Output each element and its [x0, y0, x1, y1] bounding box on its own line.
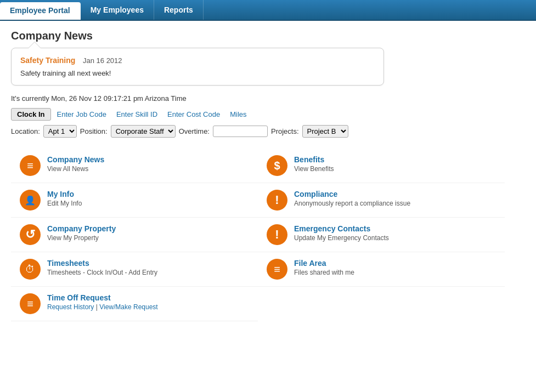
company-news-sub: View All News [47, 165, 104, 173]
company-news-link[interactable]: Company News [47, 155, 104, 164]
menu-text-benefits: Benefits View Benefits [294, 155, 334, 173]
menu-item-company-property: Company Property View My Property [11, 218, 258, 252]
enter-skill-id-link[interactable]: Enter Skill ID [112, 108, 161, 121]
menu-item-my-info: 👤 My Info Edit My Info [11, 183, 258, 218]
news-box: Safety Training Jan 16 2012 Safety train… [11, 48, 384, 86]
menu-text-time-off: Time Off Request Request History | View/… [47, 293, 158, 311]
emergency-contacts-sub: Update My Emergency Contacts [294, 234, 389, 242]
file-area-link[interactable]: File Area [294, 259, 354, 268]
request-history-link[interactable]: Request History [47, 303, 94, 311]
dollar-icon [267, 155, 287, 176]
location-select[interactable]: Apt 1 Apt 2 Apt 3 [43, 125, 77, 138]
company-property-link[interactable]: Company Property [47, 224, 116, 233]
menu-grid: Company News View All News Benefits View… [11, 149, 505, 321]
nav-tab-my-employees[interactable]: My Employees [81, 0, 154, 20]
company-property-sub: View My Property [47, 234, 116, 242]
nav-tab-employee-portal[interactable]: Employee Portal [0, 2, 81, 20]
time-off-sub: Request History | View/Make Request [47, 303, 158, 311]
menu-item-empty [258, 287, 505, 321]
timesheets-link[interactable]: Timesheets [47, 259, 157, 268]
compliance-sub: Anonymously report a compliance issue [294, 200, 410, 207]
position-label: Position: [80, 127, 108, 135]
timeoff-icon [20, 293, 41, 314]
menu-item-timesheets: Timesheets Timesheets - Clock In/Out - A… [11, 252, 258, 287]
projects-label: Projects: [271, 127, 299, 135]
miles-link[interactable]: Miles [226, 108, 250, 121]
emergency-icon [267, 224, 287, 245]
news-item-date: Jan 16 2012 [83, 56, 122, 65]
file-icon [267, 259, 287, 280]
news-item-title: Safety Training [20, 56, 75, 65]
menu-item-time-off: Time Off Request Request History | View/… [11, 287, 258, 321]
clock-in-row: Clock In Enter Job Code Enter Skill ID E… [11, 108, 525, 121]
time-off-link[interactable]: Time Off Request [47, 293, 158, 302]
list-icon [20, 155, 41, 176]
menu-text-company-property: Company Property View My Property [47, 224, 116, 242]
benefits-link[interactable]: Benefits [294, 155, 334, 164]
menu-text-my-info: My Info Edit My Info [47, 190, 82, 207]
enter-cost-code-link[interactable]: Enter Cost Code [163, 108, 224, 121]
menu-item-emergency-contacts: Emergency Contacts Update My Emergency C… [258, 218, 505, 252]
news-item-body: Safety training all next week! [20, 69, 375, 77]
menu-text-timesheets: Timesheets Timesheets - Clock In/Out - A… [47, 259, 157, 276]
person-icon: 👤 [20, 190, 41, 211]
exclaim-icon [267, 190, 287, 211]
nav-tab-reports[interactable]: Reports [154, 0, 204, 20]
clock-in-button[interactable]: Clock In [11, 108, 51, 121]
current-time-display: It's currently Mon, 26 Nov 12 09:17:21 p… [11, 94, 525, 103]
my-info-sub: Edit My Info [47, 200, 82, 207]
menu-item-file-area: File Area Files shared with me [258, 252, 505, 287]
benefits-sub: View Benefits [294, 165, 334, 173]
compliance-link[interactable]: Compliance [294, 190, 410, 198]
menu-item-company-news: Company News View All News [11, 149, 258, 183]
main-content: Company News Safety Training Jan 16 2012… [0, 21, 536, 330]
menu-text-file-area: File Area Files shared with me [294, 259, 354, 276]
page-title: Company News [11, 30, 525, 42]
property-icon [20, 224, 41, 245]
location-label: Location: [11, 127, 40, 135]
menu-item-benefits: Benefits View Benefits [258, 149, 505, 183]
timesheets-sub: Timesheets - Clock In/Out - Add Entry [47, 269, 157, 276]
enter-job-code-link[interactable]: Enter Job Code [53, 108, 110, 121]
menu-text-company-news: Company News View All News [47, 155, 104, 173]
projects-select[interactable]: Project B Project A Project C [302, 125, 348, 138]
view-make-request-link[interactable]: View/Make Request [99, 303, 158, 311]
my-info-link[interactable]: My Info [47, 190, 82, 198]
emergency-contacts-link[interactable]: Emergency Contacts [294, 224, 389, 233]
overtime-input[interactable] [213, 126, 268, 137]
top-navigation: Employee Portal My Employees Reports [0, 0, 536, 21]
menu-text-emergency-contacts: Emergency Contacts Update My Emergency C… [294, 224, 389, 242]
position-select[interactable]: Corporate Staff Manager Director [111, 125, 176, 138]
file-area-sub: Files shared with me [294, 269, 354, 276]
clock-icon [20, 259, 41, 280]
location-row: Location: Apt 1 Apt 2 Apt 3 Position: Co… [11, 125, 525, 138]
menu-item-compliance: Compliance Anonymously report a complian… [258, 183, 505, 218]
overtime-label: Overtime: [179, 127, 210, 135]
menu-text-compliance: Compliance Anonymously report a complian… [294, 190, 410, 207]
